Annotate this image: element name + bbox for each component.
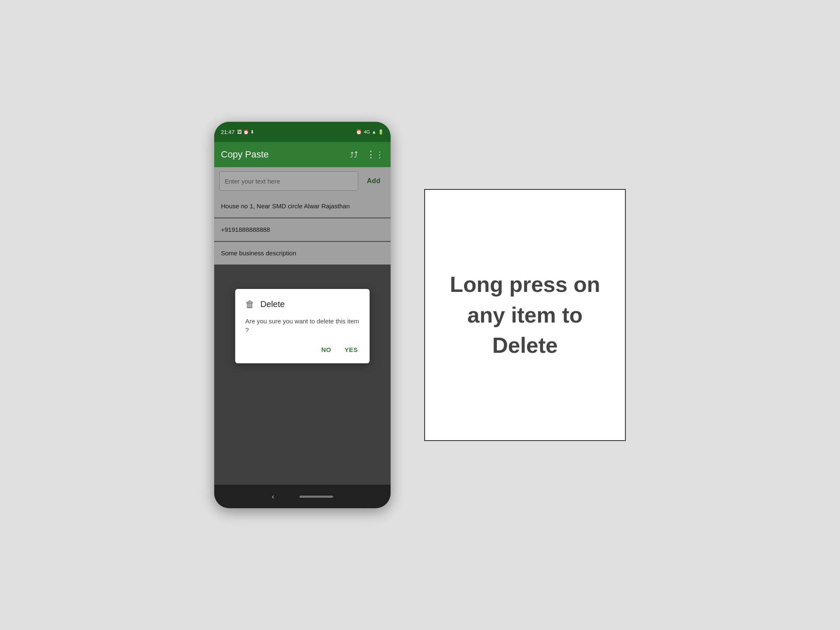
more-menu-button[interactable]: ⋮	[366, 149, 384, 160]
battery-icon: 🔋	[378, 129, 384, 135]
hint-line3: Delete	[492, 333, 558, 357]
no-button[interactable]: NO	[320, 343, 333, 357]
app-bar: Copy Paste ⤴ ⋮	[214, 142, 391, 167]
dialog-title-row: 🗑 Delete	[245, 299, 360, 310]
delete-dialog: 🗑 Delete Are you sure you want to delete…	[235, 289, 370, 363]
dialog-actions: NO YES	[245, 343, 360, 357]
status-time: 21:47 🖼 ⏰ ⬇	[221, 129, 254, 135]
back-button[interactable]: ‹	[272, 492, 274, 501]
status-bar: 21:47 🖼 ⏰ ⬇ ⏰ 4G ▲ 🔋	[214, 122, 391, 142]
time-display: 21:47	[221, 129, 235, 135]
share-button[interactable]: ⤴	[350, 150, 358, 160]
phone-content: Add House no 1, Near SMD circle Alwar Ra…	[214, 167, 391, 485]
dialog-title: Delete	[260, 299, 285, 309]
alarm-icon: ⏰	[356, 129, 362, 135]
dialog-backdrop: 🗑 Delete Are you sure you want to delete…	[214, 167, 391, 485]
app-title: Copy Paste	[221, 149, 269, 160]
network-label: 4G	[364, 129, 370, 134]
trash-icon: 🗑	[245, 299, 255, 310]
home-indicator[interactable]	[299, 496, 333, 498]
phone-device: 21:47 🖼 ⏰ ⬇ ⏰ 4G ▲ 🔋 Copy Paste ⤴ ⋮ Add …	[214, 122, 391, 508]
signal-icon: ▲	[372, 129, 376, 134]
hint-text: Long press on any item to Delete	[450, 269, 600, 361]
hint-line1: Long press on	[450, 272, 600, 297]
hint-line2: any item to	[467, 303, 583, 327]
dialog-message: Are you sure you want to delete this ite…	[245, 317, 360, 334]
notification-icons: 🖼 ⏰ ⬇	[237, 129, 254, 135]
app-bar-actions: ⤴ ⋮	[350, 149, 384, 160]
yes-button[interactable]: YES	[343, 343, 360, 357]
right-panel: Long press on any item to Delete	[424, 189, 626, 441]
nav-bar: ‹	[214, 485, 391, 508]
status-right-icons: ⏰ 4G ▲ 🔋	[356, 129, 384, 135]
